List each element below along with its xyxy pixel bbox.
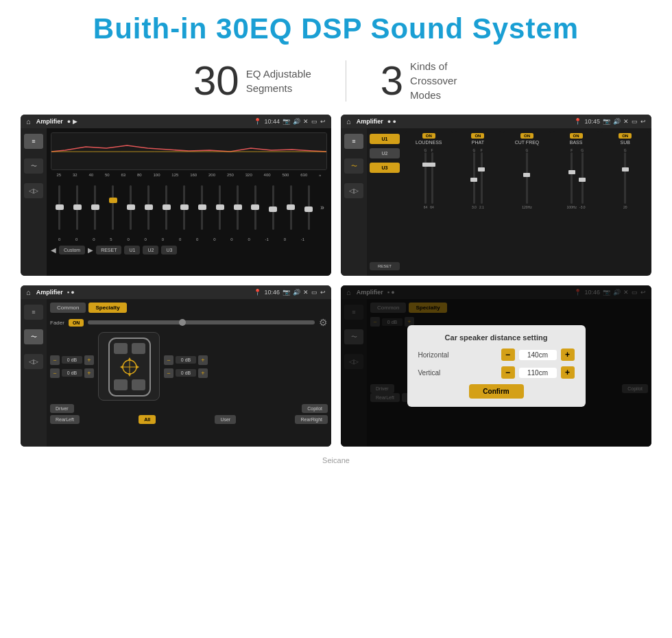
u1-button[interactable]: U1 xyxy=(124,246,140,255)
eq-slider-1[interactable] xyxy=(53,185,66,230)
horizontal-plus[interactable]: + xyxy=(561,348,575,361)
eq-slider-5[interactable] xyxy=(125,185,137,230)
db-control-3: − 0 dB + xyxy=(164,355,208,365)
sidebar-eq-3[interactable]: ≡ xyxy=(24,305,43,320)
x-icon-2[interactable]: ✕ xyxy=(623,118,629,125)
x-icon[interactable]: ✕ xyxy=(303,118,309,125)
eq-more-arrow[interactable]: » xyxy=(320,204,324,211)
eq-slider-9[interactable] xyxy=(196,185,208,230)
next-icon[interactable]: ▶ xyxy=(88,246,93,254)
eq-slider-11[interactable] xyxy=(232,185,244,230)
svg-rect-6 xyxy=(132,379,145,390)
tab-common[interactable]: Common xyxy=(50,303,86,313)
vertical-plus[interactable]: + xyxy=(561,366,575,379)
eq-slider-13[interactable] xyxy=(267,185,279,230)
eq-slider-7[interactable] xyxy=(160,185,173,230)
phat-slider-f[interactable]: F 2.1 xyxy=(479,147,484,209)
eq-labels: 25 32 40 50 63 80 100 125 160 200 250 32… xyxy=(51,173,327,177)
reset-btn-crossover[interactable]: RESET xyxy=(370,262,400,270)
reset-button[interactable]: RESET xyxy=(96,246,121,255)
bass-toggle[interactable]: ON xyxy=(570,133,583,139)
rearleft-btn[interactable]: RearLeft xyxy=(50,415,80,424)
settings-icon[interactable]: ⚙ xyxy=(319,317,328,328)
eq-slider-14[interactable] xyxy=(285,185,297,230)
plus-btn-2[interactable]: + xyxy=(84,368,94,378)
cutfreq-toggle[interactable]: ON xyxy=(520,133,533,139)
window-icon[interactable]: ▭ xyxy=(311,118,317,125)
sidebar-vol-btn[interactable]: ◁▷ xyxy=(24,183,43,198)
plus-btn-1[interactable]: + xyxy=(84,355,94,365)
db-value-3: 0 dB xyxy=(176,356,196,364)
eq-slider-4[interactable] xyxy=(107,185,119,230)
eq-slider-3[interactable] xyxy=(89,185,101,230)
minus-btn-3[interactable]: − xyxy=(164,355,173,365)
sidebar-wave-3[interactable]: 〜 xyxy=(24,329,43,344)
home-icon-2[interactable]: ⌂ xyxy=(346,117,351,126)
copilot-btn[interactable]: Copilot xyxy=(302,404,328,413)
eq-slider-6[interactable] xyxy=(143,185,155,230)
vertical-minus[interactable]: − xyxy=(501,366,515,379)
preset-u1[interactable]: U1 xyxy=(370,134,400,144)
sidebar-vol-2[interactable]: ◁▷ xyxy=(344,183,363,198)
plus-btn-3[interactable]: + xyxy=(198,355,208,365)
minus-btn-4[interactable]: − xyxy=(164,368,173,378)
minus-btn-2[interactable]: − xyxy=(50,368,60,378)
preset-u2[interactable]: U2 xyxy=(370,148,400,158)
sidebar-wave-btn[interactable]: 〜 xyxy=(24,158,43,174)
eq-slider-12[interactable] xyxy=(249,185,261,230)
sub-toggle[interactable]: ON xyxy=(619,133,632,139)
loudness-slider-f[interactable]: F 64 xyxy=(430,147,434,209)
eq-values: 00050 00000 00-10-1 xyxy=(51,237,327,241)
phat-toggle[interactable]: ON xyxy=(471,133,484,139)
eq-slider-10[interactable] xyxy=(214,185,226,230)
sidebar-wave-2[interactable]: 〜 xyxy=(344,158,363,174)
eq-label: 40 xyxy=(88,173,93,177)
eq-slider-15[interactable] xyxy=(302,185,315,230)
home-icon-3[interactable]: ⌂ xyxy=(26,288,31,296)
plus-btn-4[interactable]: + xyxy=(198,368,208,378)
window-icon-2[interactable]: ▭ xyxy=(632,118,638,125)
sidebar-eq-2[interactable]: ≡ xyxy=(344,134,363,149)
u2-button[interactable]: U2 xyxy=(143,246,158,255)
screen-content-3: ≡ 〜 ◁▷ Common Specialty Fader ON ⚙ xyxy=(21,299,331,447)
bass-slider-f[interactable]: G -3.0 xyxy=(579,147,586,209)
sidebar-2: ≡ 〜 ◁▷ xyxy=(341,128,367,276)
driver-btn[interactable]: Driver xyxy=(50,404,74,413)
loudness-slider-g[interactable]: G 64 xyxy=(424,147,428,209)
u3-button[interactable]: U3 xyxy=(161,246,177,255)
topbar-1: ⌂ Amplifier ● ▶ 📍 10:44 📷 🔊 ✕ ▭ ↩ xyxy=(21,115,331,128)
sidebar-vol-3[interactable]: ◁▷ xyxy=(24,354,43,369)
svg-marker-11 xyxy=(128,373,132,377)
back-icon[interactable]: ↩ xyxy=(320,118,326,125)
cutfreq-slider-g[interactable]: G 120Hz xyxy=(522,147,531,209)
sidebar-eq-btn[interactable]: ≡ xyxy=(24,134,43,149)
back-icon-2[interactable]: ↩ xyxy=(640,118,646,125)
fader-bar[interactable] xyxy=(88,320,315,324)
window-icon-3[interactable]: ▭ xyxy=(311,289,317,296)
minus-btn-1[interactable]: − xyxy=(50,355,60,365)
back-icon-3[interactable]: ↩ xyxy=(320,289,326,296)
loudness-sliders: G 64 F 64 xyxy=(424,147,434,209)
preset-u3[interactable]: U3 xyxy=(370,163,400,173)
loudness-toggle[interactable]: ON xyxy=(422,133,435,139)
fader-indicator xyxy=(179,319,186,326)
x-icon-3[interactable]: ✕ xyxy=(303,289,309,296)
page-header: Buith-in 30EQ DSP Sound System xyxy=(0,0,672,52)
screen-eq: ⌂ Amplifier ● ▶ 📍 10:44 📷 🔊 ✕ ▭ ↩ ≡ 〜 ◁▷ xyxy=(21,115,331,276)
phat-slider-g[interactable]: G 3.0 xyxy=(472,147,477,209)
bass-slider-g[interactable]: F 100Hz xyxy=(567,147,577,209)
eq-slider-8[interactable] xyxy=(178,185,191,230)
fader-toggle[interactable]: ON xyxy=(69,319,84,327)
home-icon[interactable]: ⌂ xyxy=(26,117,31,126)
tab-specialty[interactable]: Specialty xyxy=(88,303,126,313)
user-btn[interactable]: User xyxy=(215,415,236,424)
prev-icon[interactable]: ◀ xyxy=(51,246,56,254)
volume-icon-3: 🔊 xyxy=(293,289,300,296)
horizontal-minus[interactable]: − xyxy=(501,348,515,361)
eq-slider-2[interactable] xyxy=(71,185,84,230)
camera-icon-2: 📷 xyxy=(603,118,610,125)
all-btn[interactable]: All xyxy=(139,415,156,424)
rearright-btn[interactable]: RearRight xyxy=(295,415,328,424)
confirm-button[interactable]: Confirm xyxy=(469,384,524,399)
sub-slider-g[interactable]: G 20 xyxy=(623,147,627,209)
